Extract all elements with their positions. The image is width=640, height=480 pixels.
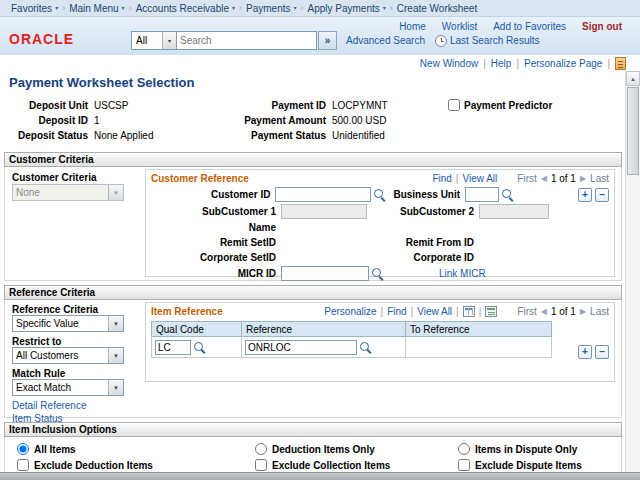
corporate-setid-label: Corporate SetID [146,252,281,263]
page-toolbar: New Window | Help | Personalize Page | [0,55,640,71]
customer-criteria-select[interactable]: None ▼ [12,184,124,201]
corporate-id-label: Corporate ID [399,252,479,263]
personalize-page-link[interactable]: Personalize Page [524,58,602,69]
table-row [152,337,552,358]
previous-row-icon[interactable]: ◀ [541,307,547,316]
search-input[interactable] [177,31,317,50]
notepad-icon[interactable] [615,57,626,70]
lookup-icon[interactable] [193,341,206,354]
search-go-button[interactable]: » [318,31,337,50]
row-position: 1 of 1 [551,306,576,317]
sign-out-link[interactable]: Sign out [582,21,622,32]
deduction-items-only-radio[interactable] [255,443,267,455]
link-micr-link[interactable]: Link MICR [439,268,486,279]
column-header-to-reference[interactable]: To Reference [406,322,552,337]
favorites-menu[interactable]: Favorites ▾ [7,3,62,14]
view-all-link[interactable]: View All [462,173,497,184]
delete-row-button[interactable]: – [595,188,609,202]
previous-row-icon[interactable]: ◀ [541,174,547,183]
first-link[interactable]: First [517,306,536,317]
download-icon[interactable] [485,306,497,317]
last-link[interactable]: Last [590,173,609,184]
first-link[interactable]: First [517,173,536,184]
payment-id-value: LOCPYMNT [332,100,388,111]
advanced-search-link[interactable]: Advanced Search [346,35,425,46]
last-link[interactable]: Last [590,306,609,317]
find-link[interactable]: Find [387,306,406,317]
header-bar: ORACLE Home Worklist Add to Favorites Si… [0,17,640,55]
reference-criteria-select[interactable]: Specific Value ▼ [12,315,124,332]
subcustomer1-field [281,204,399,219]
chevron-down-icon: ▼ [108,380,123,395]
help-link[interactable]: Help [491,58,512,69]
radio-row: All Items Deduction Items Only Items in … [17,441,621,457]
column-header-reference[interactable]: Reference [242,322,406,337]
grid-header-row: Qual Code Reference To Reference [152,322,552,337]
view-all-link[interactable]: View All [417,306,452,317]
next-row-icon[interactable]: ▶ [580,307,586,316]
item-status-link[interactable]: Item Status [12,413,63,424]
breadcrumb-item-accounts-receivable[interactable]: Accounts Receivable ▾ [132,3,239,14]
lookup-icon[interactable] [371,267,384,280]
new-window-link[interactable]: New Window [420,58,478,69]
search-scope-select[interactable]: All ▾ [131,31,177,50]
add-row-button[interactable]: + [578,345,592,359]
search-bar: All ▾ » Advanced Search Last Search Resu… [131,31,539,50]
lookup-icon[interactable] [501,188,514,201]
breadcrumb-item-apply-payments[interactable]: Apply Payments ▾ [304,3,390,14]
row-position: 1 of 1 [551,173,576,184]
customer-criteria-section-header: Customer Criteria [4,152,622,167]
checkbox-row: Exclude Deduction Items Exclude Collecti… [17,457,621,473]
chevron-down-icon: ▼ [108,185,123,200]
reference-criteria-section-header: Reference Criteria [4,285,622,300]
deposit-unit-value: USCSP [94,100,128,111]
page-content: Payment Worksheet Selection Deposit Unit… [0,71,624,472]
qual-code-input[interactable] [155,340,191,355]
reference-input[interactable] [245,340,357,355]
lookup-icon[interactable] [373,188,386,201]
breadcrumb-item-main-menu[interactable]: Main Menu ▾ [65,3,128,14]
remit-from-id-label: Remit From ID [399,237,479,248]
item-inclusion-section: Item Inclusion Options All Items Deducti… [4,422,622,475]
find-link[interactable]: Find [432,173,451,184]
lookup-icon[interactable] [359,341,372,354]
all-items-radio[interactable] [17,443,29,455]
delete-row-button[interactable]: – [595,345,609,359]
field-label: Payment Status [228,130,332,141]
exclude-collection-items-checkbox[interactable] [255,459,267,471]
personalize-link[interactable]: Personalize [324,306,376,317]
customer-id-row: Customer ID Business Unit + – [146,186,614,203]
items-in-dispute-only-radio[interactable] [458,443,470,455]
chevron-down-icon: ▾ [232,5,235,11]
vertical-scrollbar[interactable]: ▲ [625,71,640,472]
remit-setid-label: Remit SetID [146,237,281,248]
deposit-id-value: 1 [94,115,100,126]
match-rule-select[interactable]: Exact Match ▼ [12,379,124,396]
exclude-dispute-items-checkbox[interactable] [458,459,470,471]
last-search-results-link[interactable]: Last Search Results [450,35,540,46]
business-unit-input[interactable] [465,187,499,202]
column-header-qual-code[interactable]: Qual Code [152,322,242,337]
scroll-up-icon[interactable]: ▲ [626,71,640,86]
subcustomer1-input [281,204,367,219]
exclude-deduction-items-checkbox[interactable] [17,459,29,471]
add-row-button[interactable]: + [578,188,592,202]
items-in-dispute-only-label: Items in Dispute Only [475,444,577,455]
detail-reference-link[interactable]: Detail Reference [12,400,86,411]
breadcrumb-item-payments[interactable]: Payments ▾ [242,3,300,14]
next-row-icon[interactable]: ▶ [580,174,586,183]
micr-id-input[interactable] [281,266,369,281]
customer-id-input[interactable] [275,187,371,202]
field-label: Deposit ID [6,115,94,126]
chevron-down-icon: ▾ [162,32,176,49]
last-search-results-icon [435,35,447,47]
chevron-down-icon: ▾ [122,5,125,11]
subcustomer1-label: SubCustomer 1 [146,206,281,217]
payment-predictor-checkbox[interactable] [448,99,460,111]
scrollbar-thumb[interactable] [627,87,639,175]
name-label: Name [146,222,281,233]
restrict-to-select[interactable]: All Customers ▼ [12,347,124,364]
zoom-grid-icon[interactable] [463,306,475,317]
row-action-buttons: + – [578,188,614,202]
separator: | [516,58,519,69]
